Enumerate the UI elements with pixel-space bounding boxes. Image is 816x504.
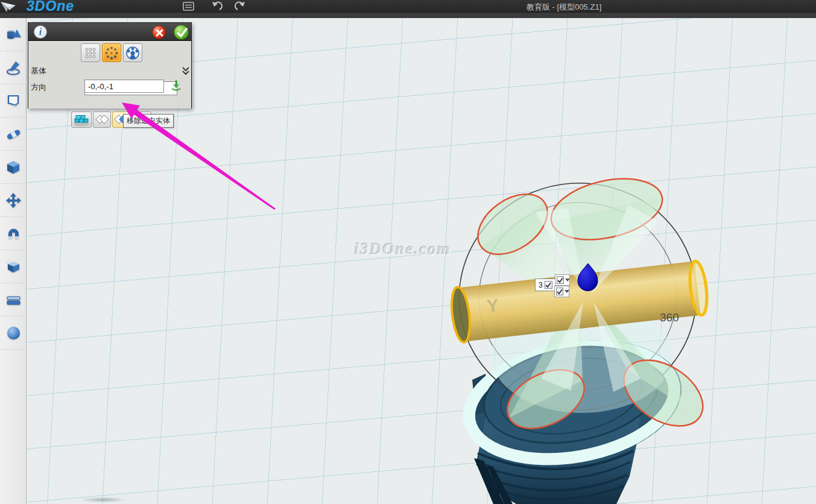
move-arrows-icon [5,192,22,209]
window-title: 教育版 - [模型005.Z1] [527,2,601,13]
pattern-angle-label: 360 [660,311,679,324]
dropdown-arrow-icon[interactable] [565,290,569,293]
direction-field-input[interactable] [84,80,164,93]
pattern-count-value: 3 [539,281,543,289]
material-sphere-icon [5,325,22,341]
dropdown-arrow-icon[interactable] [565,279,570,282]
sidebar-item-snap[interactable] [0,217,27,250]
app-logo-text: 3DOne [27,0,74,14]
sidebar-item-material[interactable] [0,317,27,350]
sketch-pen-icon [5,60,22,76]
document-menu-icon[interactable] [183,1,195,12]
tool-sidebar [0,18,27,504]
direction-field-label: 方向 [31,82,46,93]
feature-cube-icon [5,159,22,175]
circular-pattern-button[interactable] [102,43,121,62]
close-icon [153,26,166,40]
magnet-icon [5,225,22,242]
pattern-type-row [81,43,142,62]
check-icon [174,25,189,40]
confirm-button[interactable] [174,25,189,40]
sidebar-item-measure[interactable] [0,283,27,317]
dialog-header[interactable]: i [28,23,191,41]
source-solids-button[interactable] [71,112,92,128]
combine-box-icon [5,259,22,275]
keep-both-diamonds-icon [94,114,110,126]
sidebar-item-sketch[interactable] [0,51,27,84]
redo-icon[interactable] [234,1,246,12]
measure-ruler-icon [5,292,22,308]
dialog-body: 基体 方向 [28,41,191,109]
undo-icon[interactable] [211,1,223,12]
cancel-button[interactable] [152,25,166,39]
app-logo-icon [0,0,18,13]
circular-pattern-icon [104,46,119,60]
sidebar-item-sweep[interactable] [0,118,27,151]
sphere-pattern-button[interactable] [123,43,142,62]
sidebar-item-move[interactable] [0,184,27,217]
sidebar-item-combine[interactable] [0,250,27,283]
base-field-label: 基体 [31,66,46,77]
sidebar-item-feature[interactable] [0,151,27,184]
option-checkbox-upper[interactable] [555,274,570,286]
sidebar-item-primitives[interactable] [0,18,27,51]
expand-chevrons-icon[interactable] [180,66,191,77]
primitives-icon [5,27,22,43]
shadow-smudge [80,497,127,503]
linear-pattern-button[interactable] [81,43,100,62]
pattern-dialog: i [28,22,192,109]
option-checkbox-lower[interactable] [554,286,569,297]
linear-pattern-icon [84,46,97,60]
sweep-bandage-icon [5,126,22,142]
title-bar: 3DOne 教育版 - [模型005.Z1] [0,0,816,18]
sidebar-item-surface[interactable] [0,84,27,118]
sphere-pattern-icon [125,46,140,60]
info-icon[interactable]: i [34,25,47,39]
pick-direction-icon[interactable] [170,79,182,92]
keep-both-button[interactable] [93,112,111,128]
count-checkbox[interactable] [545,281,552,289]
surface-sheet-icon [5,93,22,109]
axis-ghost-label: Y [485,295,499,316]
source-solids-icon [73,113,90,127]
tooltip: 移除选中实体 [123,114,174,128]
